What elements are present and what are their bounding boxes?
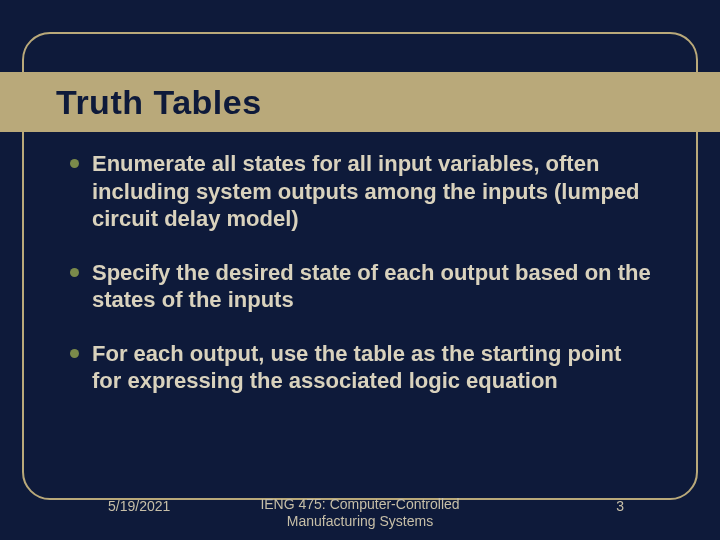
- bullet-item: Enumerate all states for all input varia…: [92, 150, 652, 233]
- bullet-item: For each output, use the table as the st…: [92, 340, 652, 395]
- title-band: Truth Tables: [0, 72, 720, 132]
- bullet-marker-icon: [70, 268, 79, 277]
- content-area: Enumerate all states for all input varia…: [92, 150, 652, 421]
- footer-date: 5/19/2021: [108, 498, 170, 514]
- bullet-text: Enumerate all states for all input varia…: [92, 151, 640, 231]
- footer-course: IENG 475: Computer-Controlled Manufactur…: [220, 496, 500, 530]
- bullet-text: For each output, use the table as the st…: [92, 341, 621, 394]
- bullet-item: Specify the desired state of each output…: [92, 259, 652, 314]
- bullet-text: Specify the desired state of each output…: [92, 260, 651, 313]
- bullet-marker-icon: [70, 349, 79, 358]
- footer-page-number: 3: [616, 498, 624, 514]
- slide-title: Truth Tables: [56, 83, 262, 122]
- bullet-marker-icon: [70, 159, 79, 168]
- footer: 5/19/2021 IENG 475: Computer-Controlled …: [0, 492, 720, 532]
